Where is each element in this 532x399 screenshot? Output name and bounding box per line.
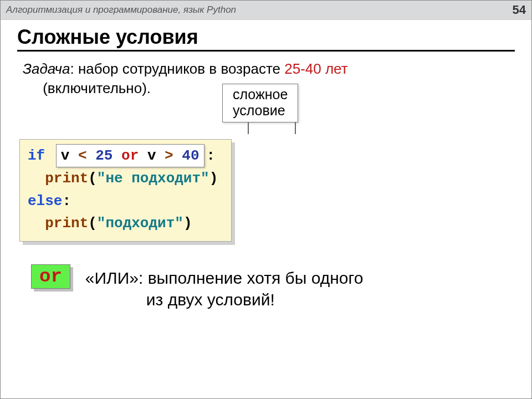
cond-gt: >	[165, 147, 173, 164]
code-shadow: if v < 25 or v > 40: print("не подходит"…	[23, 142, 235, 245]
topbar-title: Алгоритмизация и программирование, язык …	[6, 4, 236, 16]
callout-line1: сложное	[233, 86, 288, 102]
content: Задача: набор сотрудников в возрасте 25-…	[23, 59, 509, 310]
if-colon: :	[207, 147, 216, 164]
code-block: if v < 25 or v > 40: print("не подходит"…	[19, 139, 232, 242]
cond-or: or	[121, 147, 139, 164]
print1-str: "не подходит"	[97, 170, 209, 187]
condition-box: v < 25 or v > 40	[56, 144, 204, 167]
or-line1: «ИЛИ»: выполнение хотя бы одного	[85, 269, 364, 287]
task-before: набор сотрудников в возрасте	[78, 60, 284, 77]
task-colon: :	[70, 60, 78, 77]
cond-v2: v	[139, 147, 165, 164]
callout-line2: условие	[233, 103, 285, 118]
cond-v1: v	[61, 147, 78, 164]
else-colon: :	[62, 193, 71, 209]
kw-if: if	[28, 147, 54, 164]
print1-open: (	[88, 170, 97, 187]
print2-close: )	[183, 215, 192, 232]
cond-lt: <	[78, 147, 87, 164]
code-area: if v < 25 or v > 40: print("не подходит"…	[23, 142, 509, 245]
or-row: or «ИЛИ»: выполнение хотя бы одного из д…	[23, 267, 509, 310]
page-number: 54	[513, 3, 526, 17]
or-chip: or	[31, 264, 70, 289]
callout-box: сложное условие	[222, 84, 298, 122]
print2-str: "подходит"	[97, 215, 183, 232]
print1-close: )	[209, 170, 218, 187]
cond-25: 25	[87, 147, 121, 164]
print1-kw: print	[45, 170, 88, 187]
slide: Алгоритмизация и программирование, язык …	[0, 0, 532, 399]
kw-else: else	[28, 193, 62, 209]
or-line2: из двух условий!	[146, 289, 364, 310]
cond-40: 40	[173, 147, 200, 164]
topbar: Алгоритмизация и программирование, язык …	[1, 1, 531, 20]
task-range: 25-40 лет	[284, 60, 347, 77]
task-after: (включительно).	[39, 80, 151, 96]
slide-heading: Сложные условия	[17, 25, 515, 52]
print2-kw: print	[45, 215, 88, 232]
or-chip-shadow: or	[34, 267, 73, 291]
task-label: Задача	[23, 60, 70, 77]
print2-open: (	[88, 215, 97, 232]
or-text: «ИЛИ»: выполнение хотя бы одного из двух…	[85, 267, 364, 310]
